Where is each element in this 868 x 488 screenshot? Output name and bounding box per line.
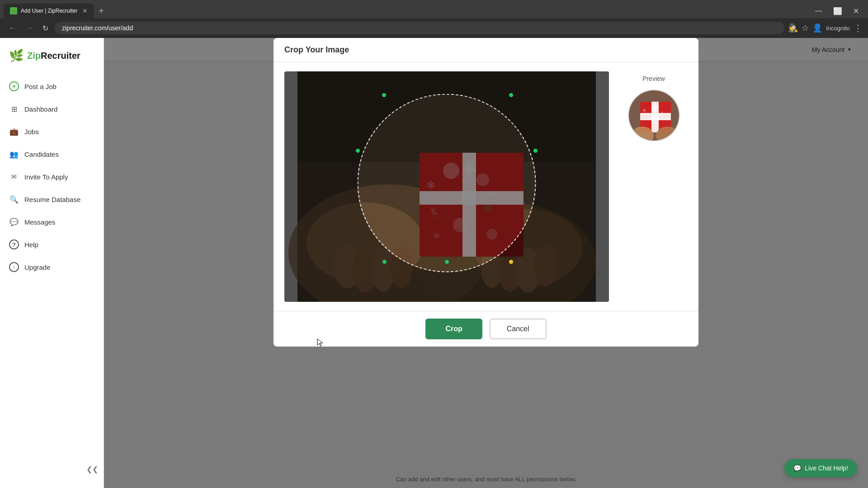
sidebar-item-upgrade[interactable]: ↑ Upgrade <box>0 256 104 278</box>
svg-text:❄: ❄ <box>660 111 664 115</box>
menu-icon[interactable]: ⋮ <box>854 23 863 33</box>
sidebar-item-label: Help <box>24 241 38 249</box>
crop-handle-top-right[interactable] <box>509 93 513 97</box>
sidebar-item-label: Jobs <box>24 128 39 136</box>
sidebar-nav: + Post a Job ⊞ Dashboard 💼 Jobs 👥 Candid… <box>0 75 104 278</box>
main-area: My Account ▼ Crop Your Image <box>104 38 868 488</box>
window-controls: — ⬜ ✕ <box>810 5 864 17</box>
crop-circle[interactable] <box>358 94 536 272</box>
logo-text: ZipRecruiter <box>27 51 80 61</box>
modal-overlay: Crop Your Image <box>104 38 868 488</box>
preview-label: Preview <box>642 75 665 82</box>
svg-text:❄: ❄ <box>642 108 646 113</box>
sidebar-item-label: Resume Database <box>24 196 80 203</box>
new-tab-button[interactable]: + <box>94 5 108 17</box>
live-chat-button[interactable]: 💬 Live Chat Help! <box>784 459 857 477</box>
sidebar-item-candidates[interactable]: 👥 Candidates <box>0 143 104 165</box>
bookmark-star-icon[interactable]: ☆ <box>802 23 809 33</box>
tab-favicon: 🌿 <box>10 7 17 14</box>
sidebar-item-help[interactable]: ? Help <box>0 234 104 255</box>
sidebar-item-label: Upgrade <box>24 263 51 271</box>
incognito-icon: 🕵 <box>788 23 798 33</box>
modal-body: ❄ ❄ ❄ 🦌 🌿 <box>274 62 698 311</box>
svg-rect-34 <box>654 108 656 113</box>
crop-handle-bottom[interactable] <box>445 260 449 264</box>
crop-handle-top-left[interactable] <box>382 93 386 97</box>
reload-button[interactable]: ↻ <box>40 22 51 34</box>
address-bar[interactable] <box>55 22 784 34</box>
sidebar-item-label: Candidates <box>24 150 59 158</box>
browser-tab[interactable]: 🌿 Add User | ZipRecruiter ✕ <box>4 4 94 18</box>
sidebar-item-label: Invite To Apply <box>24 173 68 181</box>
crop-area[interactable]: ❄ ❄ ❄ 🦌 🌿 <box>284 71 609 302</box>
cancel-button[interactable]: Cancel <box>490 319 547 339</box>
preview-circle: ❄ ❄ <box>628 89 680 141</box>
browser-chrome: 🌿 Add User | ZipRecruiter ✕ + — ⬜ ✕ ← → … <box>0 0 868 38</box>
upgrade-icon: ↑ <box>9 262 19 272</box>
app-layout: 🌿 ZipRecruiter + Post a Job ⊞ Dashboard … <box>0 38 868 488</box>
crop-handle-bottom-left[interactable] <box>382 260 387 264</box>
resume-icon: 🔍 <box>9 194 19 204</box>
modal-header: Crop Your Image <box>274 38 698 62</box>
sidebar-item-label: Messages <box>24 218 55 226</box>
jobs-icon: 💼 <box>9 127 19 136</box>
sidebar-item-label: Dashboard <box>24 105 57 113</box>
preview-panel: Preview ❄ ❄ <box>620 71 688 302</box>
candidates-icon: 👥 <box>9 149 19 159</box>
sidebar-item-messages[interactable]: 💬 Messages <box>0 211 104 233</box>
restore-button[interactable]: ⬜ <box>828 5 848 17</box>
tab-title: Add User | ZipRecruiter <box>21 8 79 14</box>
svg-rect-32 <box>640 113 671 120</box>
crop-modal: Crop Your Image <box>274 38 698 347</box>
sidebar-item-post-job[interactable]: + Post a Job <box>0 75 104 97</box>
sidebar-item-resume-database[interactable]: 🔍 Resume Database <box>0 188 104 210</box>
sidebar-item-invite-to-apply[interactable]: ✉ Invite To Apply <box>0 166 104 188</box>
crop-handle-middle-right[interactable] <box>533 149 538 153</box>
tab-close-icon[interactable]: ✕ <box>82 7 88 14</box>
incognito-label: Incognito <box>826 25 850 32</box>
post-job-icon: + <box>9 81 19 91</box>
close-button[interactable]: ✕ <box>848 5 864 17</box>
modal-title: Crop Your Image <box>284 45 349 54</box>
minimize-button[interactable]: — <box>810 5 828 17</box>
back-button[interactable]: ← <box>5 22 19 35</box>
preview-image-svg: ❄ ❄ <box>629 90 680 141</box>
sidebar-logo: 🌿 ZipRecruiter <box>0 45 104 75</box>
crop-button[interactable]: Crop <box>425 319 482 339</box>
messages-icon: 💬 <box>9 217 19 227</box>
dashboard-icon: ⊞ <box>9 104 19 114</box>
live-chat-label: Live Chat Help! <box>805 465 848 472</box>
invite-icon: ✉ <box>9 172 19 182</box>
logo-icon: 🌿 <box>9 49 24 63</box>
forward-button[interactable]: → <box>23 22 36 35</box>
sidebar-item-label: Post a Job <box>24 83 57 90</box>
tab-bar: 🌿 Add User | ZipRecruiter ✕ + — ⬜ ✕ <box>0 0 868 18</box>
browser-toolbar: ← → ↻ 🕵 ☆ 👤 Incognito ⋮ <box>0 18 868 38</box>
sidebar: 🌿 ZipRecruiter + Post a Job ⊞ Dashboard … <box>0 38 104 488</box>
profile-icon[interactable]: 👤 <box>812 23 822 33</box>
sidebar-item-dashboard[interactable]: ⊞ Dashboard <box>0 98 104 120</box>
crop-handle-bottom-right[interactable] <box>509 260 513 264</box>
help-icon: ? <box>9 239 19 249</box>
crop-handle-middle-left[interactable] <box>356 149 360 153</box>
sidebar-item-jobs[interactable]: 💼 Jobs <box>0 121 104 142</box>
modal-footer: Crop Cancel <box>274 311 698 347</box>
sidebar-collapse-button[interactable]: ❮❮ <box>0 458 104 481</box>
live-chat-icon: 💬 <box>793 465 801 472</box>
